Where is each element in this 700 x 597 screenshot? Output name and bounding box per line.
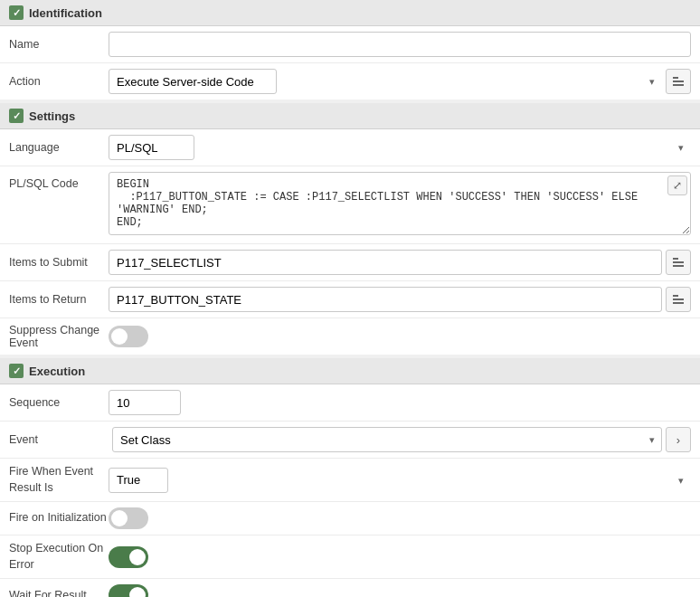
execution-title: Execution <box>29 365 85 378</box>
code-area-wrapper: BEGIN :P117_BUTTON_STATE := CASE :P117_S… <box>109 172 691 238</box>
stop-execution-toggle[interactable] <box>109 546 148 568</box>
sequence-row: Sequence <box>0 384 700 422</box>
fire-init-slider <box>109 507 148 529</box>
items-return-input[interactable] <box>109 287 662 312</box>
items-return-row: Items to Return <box>0 281 700 318</box>
stop-execution-slider <box>109 546 148 568</box>
fire-when-row: Fire When Event Result Is True False <box>0 459 700 502</box>
items-return-list-button[interactable] <box>666 287 691 312</box>
identification-checkbox-icon[interactable]: ✓ <box>9 5 24 20</box>
execution-checkbox-icon[interactable]: ✓ <box>9 364 24 378</box>
wait-result-slider <box>109 584 148 597</box>
sequence-input[interactable] <box>109 390 181 415</box>
stop-execution-label: Stop Execution On Error <box>9 541 109 573</box>
items-submit-list-button[interactable] <box>666 250 691 275</box>
settings-header: ✓ Settings <box>0 103 700 129</box>
list-icon-submit <box>671 256 686 269</box>
sequence-label: Sequence <box>9 396 109 409</box>
event-nav-button[interactable]: › <box>666 427 691 452</box>
suppress-toggle[interactable] <box>109 326 148 347</box>
event-select-container: Set Class Click Change Focus Blur <box>112 427 662 452</box>
fire-when-label: Fire When Event Result Is <box>9 464 109 496</box>
plsql-label: PL/SQL Code <box>9 172 109 190</box>
suppress-row: Suppress Change Event <box>0 318 700 355</box>
wait-result-label: Wait For Result <box>9 589 109 597</box>
language-label: Language <box>9 141 109 154</box>
fire-init-field-wrapper <box>109 507 691 529</box>
execution-section: ✓ Execution Sequence Event Set Class Cli… <box>0 358 700 597</box>
event-label: Event <box>9 433 109 446</box>
code-expand-button[interactable]: ⤢ <box>667 175 687 195</box>
wait-result-row: Wait For Result <box>0 579 700 597</box>
list-icon <box>671 75 686 88</box>
name-label: Name <box>9 38 109 51</box>
action-row: Action Execute Server-side Code Execute … <box>0 63 700 100</box>
stop-execution-row: Stop Execution On Error <box>0 535 700 579</box>
fire-when-field-wrapper: True False <box>109 468 691 493</box>
settings-section: ✓ Settings Language PL/SQL JavaScript PL… <box>0 103 700 355</box>
fire-init-row: Fire on Initialization <box>0 502 700 535</box>
event-row: Event Set Class Click Change Focus Blur … <box>0 422 700 459</box>
action-select-container: Execute Server-side Code Execute JavaScr… <box>109 69 662 94</box>
language-field-wrapper: PL/SQL JavaScript <box>109 135 691 160</box>
list-icon-return <box>671 293 686 306</box>
suppress-slider <box>109 326 148 347</box>
event-select[interactable]: Set Class Click Change Focus Blur <box>112 427 662 452</box>
settings-title: Settings <box>29 109 75 123</box>
action-field-wrapper: Execute Server-side Code Execute JavaScr… <box>109 69 691 94</box>
name-field-wrapper <box>109 32 691 57</box>
items-submit-label: Items to Submit <box>9 256 109 269</box>
language-row: Language PL/SQL JavaScript <box>0 129 700 166</box>
action-select[interactable]: Execute Server-side Code Execute JavaScr… <box>109 69 277 94</box>
fire-when-select-container: True False <box>109 468 691 493</box>
identification-title: Identification <box>29 6 102 20</box>
fire-init-toggle[interactable] <box>109 507 148 529</box>
sequence-field-wrapper <box>109 390 691 415</box>
items-submit-row: Items to Submit <box>0 244 700 281</box>
name-row: Name <box>0 26 700 63</box>
plsql-code-textarea[interactable]: BEGIN :P117_BUTTON_STATE := CASE :P117_S… <box>109 172 691 235</box>
execution-header: ✓ Execution <box>0 358 700 384</box>
identification-header: ✓ Identification <box>0 0 700 26</box>
wait-result-field-wrapper <box>109 584 691 597</box>
action-label: Action <box>9 75 109 88</box>
identification-section: ✓ Identification Name Action Execute Ser… <box>0 0 700 100</box>
fire-init-label: Fire on Initialization <box>9 510 109 526</box>
name-input[interactable] <box>109 32 691 57</box>
items-return-label: Items to Return <box>9 293 109 306</box>
settings-checkbox-icon[interactable]: ✓ <box>9 109 24 123</box>
plsql-row: PL/SQL Code BEGIN :P117_BUTTON_STATE := … <box>0 166 700 244</box>
stop-execution-field-wrapper <box>109 546 691 568</box>
suppress-field-wrapper <box>109 326 691 347</box>
items-return-field-wrapper <box>109 287 691 312</box>
language-select[interactable]: PL/SQL JavaScript <box>109 135 194 160</box>
language-select-container: PL/SQL JavaScript <box>109 135 691 160</box>
action-list-button[interactable] <box>666 69 691 94</box>
items-submit-input[interactable] <box>109 250 662 275</box>
suppress-label: Suppress Change Event <box>9 324 109 349</box>
items-submit-field-wrapper <box>109 250 691 275</box>
wait-result-toggle[interactable] <box>109 584 148 597</box>
fire-when-select[interactable]: True False <box>109 468 168 493</box>
